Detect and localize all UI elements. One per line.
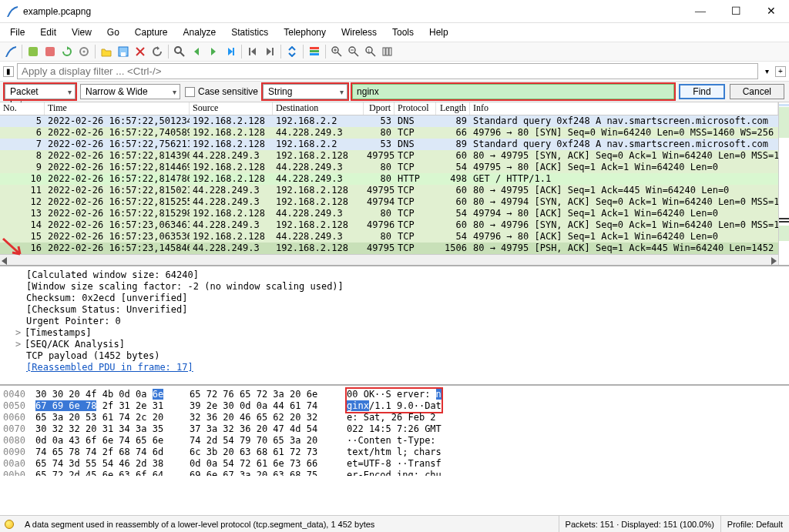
svg-line-24 <box>371 52 375 56</box>
go-jump-icon[interactable] <box>223 44 238 59</box>
case-sensitive-checkbox[interactable]: Case sensitive <box>185 86 258 97</box>
menu-analyze[interactable]: Analyze <box>176 25 223 40</box>
go-prev-icon[interactable] <box>189 44 204 59</box>
bytes-hex-col2[interactable]: 65 72 76 65 72 3a 20 6e39 2e 30 0d 0a 44… <box>190 389 347 473</box>
go-last-icon[interactable] <box>262 44 277 59</box>
menu-tools[interactable]: Tools <box>385 25 421 40</box>
svg-rect-15 <box>310 53 319 55</box>
detail-link[interactable]: [Reassembled PDU in frame: 17] <box>6 362 783 373</box>
cancel-button[interactable]: Cancel <box>730 84 784 99</box>
maximize-button[interactable]: ☐ <box>718 0 754 23</box>
packet-row[interactable]: 52022-02-26 16:57:22,501234192.168.2.128… <box>0 115 778 127</box>
detail-line[interactable]: [Window size scaling factor: -2 (no wind… <box>6 281 783 293</box>
packet-details[interactable]: [Calculated window size: 64240] [Window … <box>0 266 789 386</box>
open-file-icon[interactable] <box>99 44 114 59</box>
packet-row[interactable]: 142022-02-26 16:57:23,06346144.228.249.3… <box>0 219 778 231</box>
minimap[interactable] <box>778 102 789 265</box>
filter-expr-dropdown-icon[interactable]: ▾ <box>761 66 772 77</box>
detail-line[interactable]: [Checksum Status: Unverified] <box>6 304 783 316</box>
col-info[interactable]: Info <box>470 102 778 115</box>
packet-list[interactable]: No. Time Source Destination Dport Protoc… <box>0 102 778 265</box>
packet-bytes[interactable]: 00400050006000700080009000a000b0 30 30 2… <box>0 386 789 476</box>
menu-telephony[interactable]: Telephony <box>277 25 333 40</box>
colorize-icon[interactable] <box>307 44 322 59</box>
col-destination[interactable]: Destination <box>273 102 364 115</box>
packet-hscroll[interactable] <box>0 254 778 265</box>
autoscroll-icon[interactable] <box>284 44 300 59</box>
go-next-icon[interactable] <box>206 44 221 59</box>
go-first-icon[interactable] <box>245 44 260 59</box>
menu-wireless[interactable]: Wireless <box>334 25 384 40</box>
status-message: A data segment used in reassembly of a l… <box>18 516 559 532</box>
save-file-icon[interactable] <box>116 44 131 59</box>
packet-row[interactable]: 162022-02-26 16:57:23,14584644.228.249.3… <box>0 243 778 254</box>
packet-row[interactable]: 92022-02-26 16:57:22,814469192.168.2.128… <box>0 162 778 173</box>
svg-rect-0 <box>29 47 38 56</box>
find-type-combo[interactable]: String <box>263 84 347 99</box>
status-profile[interactable]: Profile: Default <box>720 516 789 532</box>
detail-line[interactable]: Checksum: 0x2ecd [unverified] <box>6 293 783 304</box>
detail-expandable[interactable]: [SEQ/ACK Analysis] <box>6 339 783 350</box>
capture-start-icon[interactable] <box>25 44 41 59</box>
capture-options-icon[interactable] <box>76 44 92 59</box>
zoom-out-icon[interactable] <box>346 44 361 59</box>
menu-capture[interactable]: Capture <box>128 25 175 40</box>
packet-list-header[interactable]: No. Time Source Destination Dport Protoc… <box>0 102 778 115</box>
close-file-icon[interactable] <box>133 44 148 59</box>
packet-row[interactable]: 122022-02-26 16:57:22,81525544.228.249.3… <box>0 196 778 208</box>
col-dport[interactable]: Dport <box>364 102 394 115</box>
capture-stop-icon[interactable] <box>42 44 58 59</box>
col-no[interactable]: No. <box>0 102 45 115</box>
svg-point-8 <box>175 47 181 53</box>
zoom-reset-icon[interactable]: 1 <box>363 44 378 59</box>
packet-row[interactable]: 82022-02-26 16:57:22,81439044.228.249.31… <box>0 150 778 162</box>
col-source[interactable]: Source <box>190 102 273 115</box>
find-icon[interactable] <box>172 44 187 59</box>
minimize-button[interactable]: — <box>683 0 718 23</box>
menu-statistics[interactable]: Statistics <box>224 25 275 40</box>
resize-cols-icon[interactable] <box>380 44 395 59</box>
svg-point-3 <box>83 51 86 53</box>
menu-file[interactable]: File <box>3 25 32 40</box>
menu-help[interactable]: Help <box>422 25 455 40</box>
svg-line-9 <box>180 52 184 56</box>
filter-add-icon[interactable]: + <box>775 66 786 77</box>
svg-rect-12 <box>272 48 274 55</box>
title-bar: example.pcapng — ☐ ✕ <box>0 0 789 23</box>
col-time[interactable]: Time <box>45 102 190 115</box>
detail-line[interactable]: [Calculated window size: 64240] <box>6 269 783 281</box>
packet-row[interactable]: 102022-02-26 16:57:22,814786192.168.2.12… <box>0 173 778 185</box>
capture-restart-icon[interactable] <box>59 44 75 59</box>
bytes-ascii[interactable]: 00 OK··S erver: nginx/1.1 9.0··Date: Sat… <box>347 389 470 473</box>
bytes-hex-col1[interactable]: 30 30 20 4f 4b 0d 0a 6e67 69 6e 78 2f 31… <box>35 389 190 473</box>
menu-go[interactable]: Go <box>100 25 126 40</box>
packet-row[interactable]: 112022-02-26 16:57:22,81502144.228.249.3… <box>0 185 778 196</box>
packet-row[interactable]: 132022-02-26 16:57:22,815298192.168.2.12… <box>0 208 778 219</box>
find-input[interactable] <box>352 84 674 99</box>
detail-line[interactable]: TCP payload (1452 bytes) <box>6 350 783 362</box>
find-button[interactable]: Find <box>679 84 724 99</box>
col-protocol[interactable]: Protocol <box>394 102 436 115</box>
find-scope-combo[interactable]: Packet bytes <box>5 84 76 99</box>
packet-row[interactable]: 62022-02-26 16:57:22,740589192.168.2.128… <box>0 127 778 139</box>
display-filter-input[interactable] <box>17 63 758 79</box>
menu-edit[interactable]: Edit <box>33 25 63 40</box>
svg-rect-13 <box>310 47 319 49</box>
find-bar: Packet bytes Narrow & Wide Case sensitiv… <box>0 82 789 102</box>
bookmark-icon[interactable]: ▮ <box>3 66 14 77</box>
detail-line[interactable]: Urgent Pointer: 0 <box>6 316 783 327</box>
svg-line-17 <box>337 52 341 56</box>
packet-row[interactable]: 152022-02-26 16:57:23,063536192.168.2.12… <box>0 231 778 243</box>
close-button[interactable]: ✕ <box>754 0 789 23</box>
zoom-in-icon[interactable] <box>329 44 344 59</box>
reload-icon[interactable] <box>149 44 165 59</box>
svg-rect-27 <box>386 48 388 55</box>
find-charset-combo[interactable]: Narrow & Wide <box>80 84 180 99</box>
detail-expandable[interactable]: [Timestamps] <box>6 327 783 339</box>
start-capture-icon[interactable] <box>3 44 18 59</box>
expert-info-led-icon[interactable] <box>5 520 14 529</box>
menu-view[interactable]: View <box>65 25 99 40</box>
col-length[interactable]: Length <box>436 102 470 115</box>
svg-rect-14 <box>310 50 319 52</box>
packet-row[interactable]: 72022-02-26 16:57:22,756211192.168.2.128… <box>0 139 778 150</box>
